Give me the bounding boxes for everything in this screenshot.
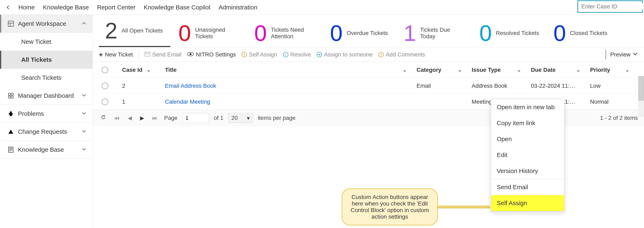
ctx-version-history[interactable]: Version History [491,163,564,179]
chevron-down-icon [82,146,86,153]
sidebar-group-problems[interactable]: Problems [0,105,92,123]
per-page-label: items per page [258,115,296,121]
new-ticket-button[interactable]: + New Ticket [99,51,133,59]
priority-cell: Normal [585,99,634,105]
tile-overdue[interactable]: 0 Overdue Tickets [324,22,395,44]
tile-value: 0 [553,22,566,44]
chevron-down-icon: ⌄ [576,67,580,73]
svg-rect-6 [11,93,13,95]
add-comments-button[interactable]: + Add Comments [378,51,425,58]
chevron-up-icon [82,20,86,27]
nitro-settings-button[interactable]: NITRO Settings [187,51,236,58]
page-size-select[interactable]: 20 ▾ [228,113,253,123]
ctx-copy-link[interactable]: Copy item link [491,115,564,131]
send-email-button[interactable]: Send Email [144,51,182,58]
label: Assign to someone [324,51,373,58]
chevron-down-icon: ⌄ [403,67,407,73]
plus-icon: + [99,51,103,59]
ctx-open[interactable]: Open [491,131,564,147]
back-button[interactable] [4,3,12,12]
tile-all-open[interactable]: 2 All Open Tickets [99,20,170,47]
tile-unassigned[interactable]: 0 Unassigned Tickets [172,22,246,44]
nav-kb-copilot[interactable]: Knowledge Base Copilot [144,4,210,11]
col-due-date[interactable]: Due Date ⌄ [526,67,585,73]
col-title[interactable]: Title ⌄ [160,67,412,73]
col-label: Priority [590,67,610,73]
sidebar-item-label: New Ticket [21,38,51,45]
case-id-cell: 1 [117,99,160,105]
nav-knowledge-base[interactable]: Knowledge Base [43,4,89,11]
case-search[interactable] [578,1,643,13]
refresh-button[interactable] [99,115,108,122]
radio-icon [102,99,108,105]
label: Add Comments [386,51,425,58]
sidebar-group-change-requests[interactable]: Change Requests [0,123,92,141]
top-navbar: Home Knowledge Base Report Center Knowle… [0,0,644,15]
ctx-self-assign[interactable]: Self Assign [491,195,564,211]
tile-label: Tickets Need Attention [271,27,316,40]
tile-label: Resolved Tickets [496,30,539,36]
select-all[interactable] [93,67,117,73]
value: Email [416,83,431,89]
title-cell[interactable]: Email Address Book [160,83,412,89]
ticket-link[interactable]: Email Address Book [165,83,216,89]
value: Normal [590,99,608,105]
tile-value: 1 [404,22,416,44]
ctx-open-new-tab[interactable]: Open item in new tab [491,99,564,115]
ticket-link[interactable]: Calendar Meeting [165,99,210,105]
sidebar-group-agent-workspace[interactable]: Agent Workspace [0,15,92,33]
last-page-button[interactable]: ⏭ [151,115,159,121]
tile-need-attention[interactable]: 0 Tickets Need Attention [248,22,322,44]
caret-down-icon: ▾ [247,115,250,121]
bug-icon [7,110,14,117]
col-priority[interactable]: Priority ⌄ [585,67,634,73]
nav-report-center[interactable]: Report Center [97,4,135,11]
prev-page-button[interactable]: ◀ [126,115,134,121]
col-label: Category [416,67,441,73]
ctx-send-email[interactable]: Send Email [491,179,564,195]
nav-home[interactable]: Home [18,4,35,11]
resolve-button[interactable]: ✓ Resolve [283,51,311,58]
label: NITRO Settings [196,51,236,58]
sidebar-group-label: Agent Workspace [18,20,66,27]
row-select[interactable] [93,99,117,105]
ctx-edit[interactable]: Edit [491,147,564,163]
sidebar-item-search-tickets[interactable]: Search Tickets [0,69,92,87]
first-page-button[interactable]: ⏮ [113,115,121,121]
tile-value: 0 [254,22,267,44]
col-label: Case Id [122,67,142,73]
tile-value: 0 [330,22,342,44]
nav-administration[interactable]: Administration [219,4,258,11]
callout-connector [437,205,490,208]
grid-header-row: Case Id ⌄ Title ⌄ Category ⌄ Issue Type … [93,62,644,78]
case-search-input[interactable] [581,3,644,10]
vertical-scrollbar[interactable] [638,76,644,117]
tile-due-today[interactable]: 1 Tickets Due Today [397,22,471,44]
value: 2 [122,83,125,89]
scroll-thumb[interactable] [638,76,644,101]
col-issue-type[interactable]: Issue Type ⌄ [467,67,526,73]
next-page-button[interactable]: ▶ [138,115,146,121]
tile-label: Tickets Due Today [420,27,465,40]
tile-resolved[interactable]: 0 Resolved Tickets [473,22,546,44]
label: Resolve [290,51,311,58]
table-row[interactable]: 2 Email Address Book Email Address Book … [93,78,644,94]
sidebar-group-knowledge-base[interactable]: Knowledge Base [0,141,92,159]
tile-closed[interactable]: 0 Closed Tickets [547,22,619,44]
left-sidebar: Agent Workspace New Ticket All Tickets S… [0,15,93,228]
svg-rect-5 [8,93,10,95]
page-number-input[interactable] [182,113,209,123]
sidebar-item-new-ticket[interactable]: New Ticket [0,33,92,51]
sidebar-item-label: All Tickets [21,56,52,63]
row-select[interactable] [93,83,117,89]
assign-to-someone-button[interactable]: ➔ Assign to someone [317,51,373,58]
col-case-id[interactable]: Case Id ⌄ [117,67,160,73]
sidebar-item-all-tickets[interactable]: All Tickets [0,51,92,69]
title-cell[interactable]: Calendar Meeting [160,99,412,105]
col-category[interactable]: Category ⌄ [412,67,467,73]
page-label: Page [164,115,178,121]
chevron-down-icon [82,128,86,135]
self-assign-button[interactable]: + Self Assign [242,51,277,58]
preview-toggle[interactable]: Preview [610,51,638,58]
sidebar-group-manager-dashboard[interactable]: Manager Dashboard [0,87,92,105]
